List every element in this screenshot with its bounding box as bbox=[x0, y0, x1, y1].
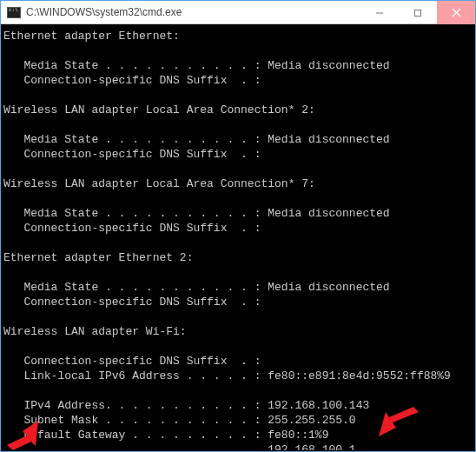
console-line: Connection-specific DNS Suffix . : bbox=[3, 295, 474, 309]
console-line: Media State . . . . . . . . . . . : Medi… bbox=[3, 280, 474, 295]
console-line bbox=[3, 88, 474, 103]
console-line bbox=[3, 43, 474, 58]
cmd-icon bbox=[6, 5, 22, 19]
console-line: Connection-specific DNS Suffix . : bbox=[3, 73, 474, 88]
console-line bbox=[3, 191, 474, 206]
close-button[interactable] bbox=[437, 1, 475, 24]
window-title: C:\WINDOWS\system32\cmd.exe bbox=[26, 6, 360, 18]
minimize-button[interactable] bbox=[360, 1, 399, 24]
console-line: IPv4 Address. . . . . . . . . . . : 192.… bbox=[3, 398, 474, 413]
svg-rect-1 bbox=[415, 10, 421, 16]
console-line bbox=[3, 236, 474, 250]
console-line bbox=[3, 265, 474, 280]
console-line bbox=[3, 309, 474, 324]
console-line: Wireless LAN adapter Local Area Connecti… bbox=[3, 176, 474, 191]
console-line bbox=[3, 339, 474, 354]
console-line: Wireless LAN adapter Wi-Fi: bbox=[3, 324, 474, 339]
console-line: Ethernet adapter Ethernet 2: bbox=[3, 250, 474, 265]
console-output[interactable]: Ethernet adapter Ethernet: Media State .… bbox=[2, 25, 474, 450]
console-line: Media State . . . . . . . . . . . : Medi… bbox=[3, 58, 474, 73]
console-line: Wireless LAN adapter Local Area Connecti… bbox=[3, 103, 474, 117]
console-line: Connection-specific DNS Suffix . : bbox=[3, 221, 474, 236]
window-controls bbox=[360, 1, 475, 23]
maximize-button[interactable] bbox=[399, 1, 437, 24]
console-line: Link-local IPv6 Address . . . . . : fe80… bbox=[3, 369, 474, 383]
console-line bbox=[3, 117, 474, 132]
console-line bbox=[3, 383, 474, 398]
cmd-window: C:\WINDOWS\system32\cmd.exe Ethernet ada… bbox=[0, 0, 476, 452]
console-line bbox=[3, 162, 474, 176]
console-line: Media State . . . . . . . . . . . : Medi… bbox=[3, 206, 474, 221]
titlebar[interactable]: C:\WINDOWS\system32\cmd.exe bbox=[1, 1, 475, 24]
console-line: Connection-specific DNS Suffix . : bbox=[3, 147, 474, 162]
console-line: Default Gateway . . . . . . . . . : fe80… bbox=[3, 428, 474, 442]
console-line: 192.168.100.1 bbox=[3, 442, 474, 450]
console-line: Ethernet adapter Ethernet: bbox=[3, 29, 474, 43]
console-line: Subnet Mask . . . . . . . . . . . : 255.… bbox=[3, 413, 474, 428]
console-line: Connection-specific DNS Suffix . : bbox=[3, 354, 474, 369]
console-line: Media State . . . . . . . . . . . : Medi… bbox=[3, 132, 474, 147]
